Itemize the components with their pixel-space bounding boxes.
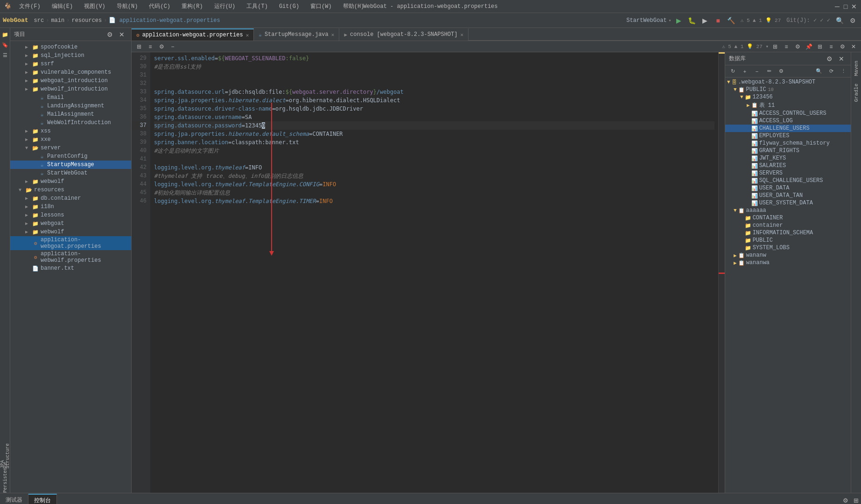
tab-close-button[interactable]: ✕ [331, 32, 335, 38]
db-refresh-btn[interactable]: ↻ [727, 66, 738, 77]
tab-console[interactable]: 控制台 [28, 494, 57, 504]
run-button[interactable]: ▶ [673, 15, 685, 26]
tree-item-parentconfig[interactable]: ▶ ☕ ParentConfig [10, 152, 131, 161]
db-item-container[interactable]: ▶ 📁 CONTAINER [725, 214, 851, 222]
menu-nav[interactable]: 导航(N) [113, 1, 142, 11]
db-item-wananw[interactable]: ▶ 📋 wananw [725, 252, 851, 259]
db-item-user-data-tan[interactable]: ▶ 📊 USER_DATA_TAN [725, 192, 851, 199]
tree-item-app-webgoat-props[interactable]: ▶ ⚙ application-webgoat.properties [10, 236, 131, 250]
run-config-dropdown[interactable]: ▾ [669, 18, 672, 23]
settings-button[interactable]: ⚙ [847, 15, 858, 26]
tab-close-button[interactable]: ✕ [246, 32, 249, 38]
db-panel-settings[interactable]: ⚙ [824, 53, 835, 64]
tree-item-resources[interactable]: ▼ 📂 resources [10, 186, 131, 194]
minimize-button[interactable]: ─ [834, 3, 840, 10]
code-content[interactable]: server.ssl.enabled=${WEBGOAT_SSLENABLED:… [150, 52, 718, 493]
db-item-user-system-data[interactable]: ▶ 📊 USER_SYSTEM_DATA [725, 199, 851, 207]
db-minus-btn[interactable]: − [751, 66, 763, 77]
menu-file[interactable]: 文件(F) [15, 1, 44, 11]
db-sync-btn[interactable]: ⟳ [826, 66, 837, 77]
tree-item-webgoat-intro[interactable]: ▶ 📁 webgoat_introduction [10, 77, 131, 85]
db-item-salaries[interactable]: ▶ 📊 SALARIES [725, 162, 851, 169]
align-btn[interactable]: ≡ [146, 42, 155, 51]
tree-item-startwebgoat[interactable]: ▶ ☕ StartWebGoat [10, 169, 131, 177]
tree-item-landing[interactable]: ▶ ☕ LandingAssignment [10, 102, 131, 110]
tree-item-banner[interactable]: ▶ 📄 banner.txt [10, 264, 131, 273]
db-item-wananwa[interactable]: ▶ 📋 wananwa [725, 259, 851, 266]
run-coverage-button[interactable]: ▶ [700, 15, 711, 26]
tab-app-props[interactable]: ⚙ application-webgoat.properties ✕ [132, 28, 254, 41]
db-item-aaaaaa[interactable]: ▼ 📋 aaaaaa [725, 207, 851, 214]
db-item-system-lobs[interactable]: ▶ 📁 SYSTEM_LOBS [725, 244, 851, 252]
close-button[interactable]: ✕ [851, 3, 857, 10]
db-item-webgoat-snapshot[interactable]: ▼ 🗄 .webgoat-8.2.3-SNAPSHOT [725, 78, 851, 86]
tree-item-webwolf[interactable]: ▶ 📁 webwolf [10, 177, 131, 186]
collapse-btn[interactable]: − [168, 42, 177, 51]
db-item-jwt-keys[interactable]: ▶ 📊 JWT_KEYS [725, 154, 851, 162]
tree-item-sql_injection[interactable]: ▶ 📁 sql_injection [10, 51, 131, 60]
project-panel-close[interactable]: ✕ [116, 29, 127, 40]
tree-item-lessons[interactable]: ▶ 📁 lessons [10, 211, 131, 219]
tree-item-spoofcookie[interactable]: ▶ 📁 spoofcookie [10, 43, 131, 51]
tree-item-webwolf-res[interactable]: ▶ 📁 webwolf [10, 228, 131, 236]
breadcrumb-main[interactable]: main [51, 17, 64, 24]
tree-item-email[interactable]: ▶ ☕ Email [10, 93, 131, 102]
db-item-sql-challenge[interactable]: ▶ 📊 SQL_CHALLENGE_USERS [725, 177, 851, 184]
settings-btn[interactable]: ⚙ [157, 42, 166, 51]
project-view-btn[interactable]: ⊞ [134, 42, 144, 51]
tab-tester[interactable]: 测试器 [0, 494, 28, 504]
tree-item-webgoat-res[interactable]: ▶ 📁 webgoat [10, 219, 131, 228]
menu-edit[interactable]: 编辑(E) [48, 1, 77, 11]
db-filter-btn[interactable]: 🔍 [813, 66, 825, 77]
menu-window[interactable]: 窗口(W) [307, 1, 336, 11]
project-panel-settings[interactable]: ⚙ [104, 29, 115, 40]
db-item-tables[interactable]: ▶ 📋 表 11 [725, 101, 851, 110]
menu-git[interactable]: Git(G) [275, 2, 303, 11]
db-item-employees[interactable]: ▶ 📊 EMPLOYEES [725, 132, 851, 140]
breadcrumb-src[interactable]: src [34, 17, 44, 24]
breadcrumb-resources[interactable]: resources [71, 17, 102, 24]
db-item-access-log[interactable]: ▶ 📊 ACCESS_LOG [725, 117, 851, 125]
structure-icon[interactable]: ☰ [0, 50, 10, 60]
menu-view[interactable]: 视图(V) [80, 1, 109, 11]
menu-refactor[interactable]: 重构(R) [178, 1, 207, 11]
prev-error-btn[interactable]: ≡ [782, 42, 791, 51]
db-panel-close[interactable]: ✕ [836, 53, 847, 64]
db-add-btn[interactable]: + [739, 66, 750, 77]
db-item-container-lower[interactable]: ▶ 📁 container [725, 222, 851, 229]
editor-x-btn[interactable]: ✕ [849, 42, 858, 51]
build-button[interactable]: 🔨 [726, 15, 737, 26]
tree-item-webwolf-intro[interactable]: ▶ 📁 webwolf_introduction [10, 85, 131, 93]
gradle-tab[interactable]: Gradle [852, 81, 861, 105]
tree-item-app-webwolf-props[interactable]: ▶ ⚙ application-webwolf.properties [10, 250, 131, 264]
bookmark-icon[interactable]: 🔖 [0, 40, 10, 49]
db-item-flyway[interactable]: ▶ 📊 flyway_schema_history [725, 140, 851, 147]
db-item-grant-rights[interactable]: ▶ 📊 GRANT_RIGHTS [725, 147, 851, 154]
db-item-public[interactable]: ▼ 📋 PUBLIC 10 [725, 86, 851, 93]
menu-code[interactable]: 代码(C) [145, 1, 174, 11]
run-config-name[interactable]: StartWebGoat [626, 17, 666, 24]
db-edit-btn[interactable]: ✏ [763, 66, 775, 77]
project-icon[interactable]: 📁 [0, 30, 10, 39]
tab-console[interactable]: ▶ console [webgoat-8.2.3-SNAPSHOT] ✕ [339, 28, 469, 41]
tree-item-xss[interactable]: ▶ 📁 xss [10, 127, 131, 135]
tab-close-button[interactable]: ✕ [460, 32, 463, 38]
search-button[interactable]: 🔍 [834, 15, 845, 26]
editor-expand-btn[interactable]: ⊞ [815, 42, 825, 51]
tree-item-server[interactable]: ▼ 📂 server [10, 144, 131, 152]
menu-tools[interactable]: 工具(T) [243, 1, 272, 11]
debug-button[interactable]: 🐛 [686, 15, 698, 26]
editor-settings-btn[interactable]: ⚙ [793, 42, 802, 51]
db-item-info-schema[interactable]: ▶ 📁 INFORMATION_SCHEMA [725, 229, 851, 237]
maximize-button[interactable]: □ [842, 3, 849, 10]
tree-item-mail[interactable]: ▶ ☕ MailAssignment [10, 110, 131, 119]
db-config-btn[interactable]: ⚙ [776, 66, 787, 77]
db-item-servers[interactable]: ▶ 📊 SERVERS [725, 169, 851, 177]
tree-item-ssrf[interactable]: ▶ 📁 ssrf [10, 60, 131, 68]
bottom-settings-btn[interactable]: ⚙ [840, 495, 851, 504]
tree-item-webwolf-intro-class[interactable]: ▶ ☕ WebWolfIntroduction [10, 119, 131, 127]
stop-button[interactable]: ■ [713, 15, 724, 26]
tree-item-i18n[interactable]: ▶ 📁 i18n [10, 203, 131, 211]
maven-tab[interactable]: Maven [852, 58, 861, 79]
db-item-challenge-users[interactable]: ▶ 📊 CHALLENGE_USERS [725, 125, 851, 132]
